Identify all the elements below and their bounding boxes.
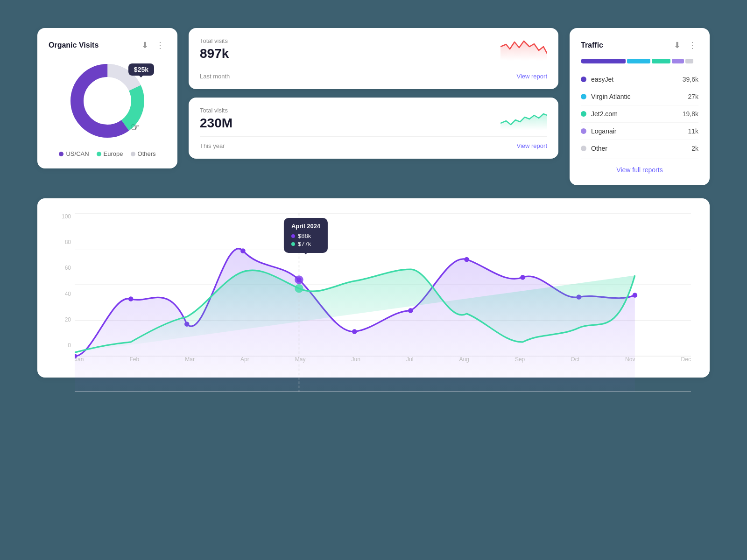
- donut-legend: US/CAN Europe Others: [49, 150, 166, 157]
- legend-label-others: Others: [138, 150, 156, 157]
- y-axis: 100 80 60 40 20 0: [56, 213, 75, 349]
- y-label-40: 40: [56, 291, 75, 297]
- organic-visits-title: Organic Visits: [49, 41, 99, 49]
- x-label-apr: Apr: [240, 356, 249, 363]
- visits-2-footer: This year View report: [200, 136, 547, 149]
- y-label-60: 60: [56, 265, 75, 271]
- svg-point-20: [633, 293, 638, 298]
- traffic-value-other: 2k: [691, 145, 698, 152]
- visits-1-label: Total visits: [200, 37, 229, 44]
- svg-point-15: [352, 329, 357, 334]
- organic-visits-card: Organic Visits ⬇ ⋮ $25k ☞: [37, 28, 177, 168]
- svg-point-23: [295, 284, 303, 293]
- visits-1-value: 897k: [200, 46, 229, 61]
- traffic-name-loganair: Loganair: [591, 127, 688, 135]
- total-visits-card-1: Total visits 897k Last month: [189, 28, 558, 89]
- traffic-dot-other: [581, 146, 586, 151]
- legend-dot-uscan: [59, 152, 63, 156]
- traffic-title: Traffic: [581, 41, 603, 49]
- x-label-jul: Jul: [406, 356, 413, 363]
- organic-visits-actions: ⬇ ⋮: [140, 39, 166, 51]
- traffic-item-virgin: Virgin Atlantic 27k: [581, 88, 698, 105]
- svg-point-18: [520, 275, 525, 280]
- legend-item-europe: Europe: [97, 150, 123, 157]
- visits-column: Total visits 897k Last month: [189, 28, 558, 159]
- x-axis: Jan Feb Mar Apr May Jun Jul Aug Sep Oct …: [75, 356, 691, 363]
- donut-chart: $25k ☞: [65, 59, 149, 143]
- traffic-item-other: Other 2k: [581, 140, 698, 157]
- traffic-card: Traffic ⬇ ⋮ easyJet 39,6k Virgin Atlanti…: [570, 28, 710, 185]
- x-label-jan: Jan: [75, 356, 84, 363]
- legend-label-uscan: US/CAN: [66, 150, 89, 157]
- download-button[interactable]: ⬇: [140, 39, 150, 51]
- traffic-download-button[interactable]: ⬇: [672, 39, 683, 51]
- x-label-feb: Feb: [129, 356, 139, 363]
- traffic-value-easyjet: 39,6k: [683, 76, 698, 83]
- traffic-name-jet2: Jet2.com: [591, 110, 683, 118]
- progress-loganair: [672, 59, 684, 63]
- line-chart-card: 100 80 60 40 20 0: [37, 198, 710, 378]
- legend-label-europe: Europe: [104, 150, 123, 157]
- traffic-dot-jet2: [581, 111, 586, 117]
- x-label-jun: Jun: [352, 356, 360, 363]
- visits-1-info: Total visits 897k: [200, 37, 229, 67]
- traffic-actions: ⬇ ⋮: [672, 39, 698, 51]
- legend-item-others: Others: [131, 150, 156, 157]
- visits-1-footer: Last month View report: [200, 67, 547, 80]
- x-label-mar: Mar: [185, 356, 195, 363]
- traffic-name-easyjet: easyJet: [591, 76, 683, 83]
- traffic-progress-bar: [581, 59, 698, 63]
- organic-visits-header: Organic Visits ⬇ ⋮: [49, 39, 166, 51]
- y-label-0: 0: [56, 342, 75, 349]
- y-label-20: 20: [56, 316, 75, 323]
- svg-point-13: [240, 248, 246, 253]
- svg-point-16: [408, 308, 413, 313]
- progress-easyjet: [581, 59, 626, 63]
- visits-2-period: This year: [200, 142, 225, 149]
- traffic-item-jet2: Jet2.com 19,8k: [581, 105, 698, 123]
- y-label-100: 100: [56, 213, 75, 220]
- traffic-item-easyjet: easyJet 39,6k: [581, 71, 698, 88]
- cursor-icon: ☞: [131, 121, 140, 133]
- x-label-may: May: [295, 356, 306, 363]
- legend-dot-others: [131, 152, 135, 156]
- mini-chart-1: [500, 37, 547, 61]
- line-chart-svg: [75, 213, 691, 392]
- traffic-name-virgin: Virgin Atlantic: [591, 93, 688, 100]
- line-chart-area: 100 80 60 40 20 0: [56, 213, 691, 363]
- view-full-reports-section: View full reports: [581, 159, 698, 174]
- traffic-name-other: Other: [591, 145, 691, 152]
- visits-1-period: Last month: [200, 73, 230, 80]
- progress-jet2: [652, 59, 670, 63]
- x-label-nov: Nov: [625, 356, 635, 363]
- progress-virgin: [627, 59, 650, 63]
- more-button[interactable]: ⋮: [154, 39, 166, 51]
- view-full-reports-link[interactable]: View full reports: [616, 166, 662, 174]
- traffic-dot-virgin: [581, 94, 586, 99]
- x-label-sep: Sep: [515, 356, 525, 363]
- progress-other: [685, 59, 694, 63]
- svg-point-22: [295, 275, 303, 284]
- visits-2-label: Total visits: [200, 107, 233, 114]
- visits-2-value: 230M: [200, 116, 233, 131]
- traffic-value-jet2: 19,8k: [683, 110, 698, 118]
- traffic-dot-loganair: [581, 128, 586, 134]
- traffic-list: easyJet 39,6k Virgin Atlantic 27k Jet2.c…: [581, 71, 698, 157]
- x-label-oct: Oct: [571, 356, 579, 363]
- traffic-value-loganair: 11k: [688, 127, 698, 135]
- legend-item-uscan: US/CAN: [59, 150, 89, 157]
- traffic-dot-easyjet: [581, 77, 586, 82]
- view-report-1-link[interactable]: View report: [516, 73, 547, 80]
- view-report-2-link[interactable]: View report: [516, 142, 547, 149]
- svg-point-11: [128, 296, 134, 301]
- traffic-more-button[interactable]: ⋮: [686, 39, 698, 51]
- total-visits-card-2: Total visits 230M This year: [189, 98, 558, 159]
- traffic-header: Traffic ⬇ ⋮: [581, 39, 698, 51]
- svg-point-17: [464, 257, 469, 262]
- traffic-value-virgin: 27k: [688, 93, 698, 100]
- x-label-dec: Dec: [681, 356, 691, 363]
- y-label-80: 80: [56, 239, 75, 245]
- traffic-item-loganair: Loganair 11k: [581, 123, 698, 140]
- mini-chart-2: [500, 107, 547, 130]
- visits-2-info: Total visits 230M: [200, 107, 233, 136]
